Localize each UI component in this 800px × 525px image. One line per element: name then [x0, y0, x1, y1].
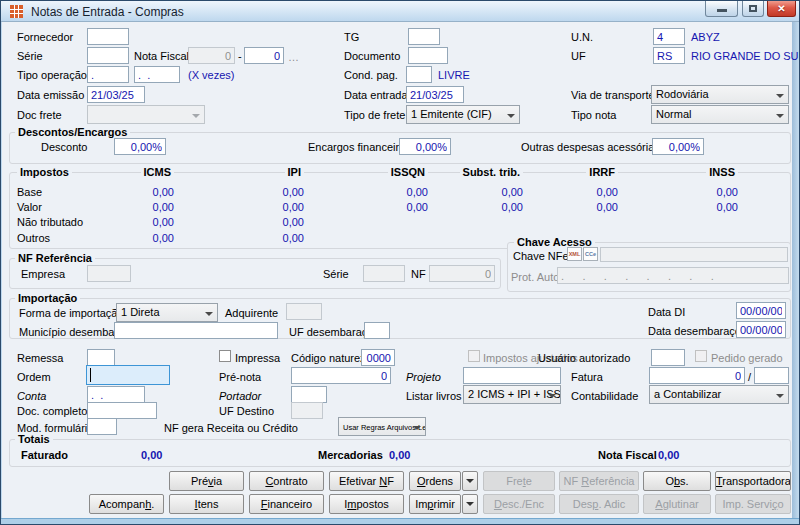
codigo-natureza-input[interactable] [361, 349, 395, 366]
uf-destino-input [291, 402, 323, 419]
prot-autor-input [557, 267, 789, 284]
previa-button[interactable]: Prévia [169, 471, 244, 491]
nota-fiscal-browse-button[interactable]: … [288, 51, 299, 63]
text-caret [90, 368, 91, 382]
efetivar-nf-button[interactable]: Efetivar NF [329, 471, 404, 491]
doc-completo-label: Doc. completo [17, 405, 87, 417]
data-entrada-input[interactable] [406, 86, 464, 103]
doc-completo-input[interactable] [87, 402, 157, 419]
usuario-autorizado-input[interactable] [651, 349, 685, 366]
valor-subst: 0,00 [428, 201, 523, 213]
inss-header: INSS [706, 166, 738, 178]
encargos-input[interactable] [399, 138, 451, 155]
chevron-down-icon [776, 94, 784, 102]
uf-input[interactable] [653, 47, 685, 64]
impostos-nao-tributado-row: Não tributado 0,00 0,00 [17, 216, 783, 228]
pre-nota-input[interactable] [291, 367, 391, 384]
pre-nota-label: Pré-nota [219, 371, 261, 383]
tipo-frete-select[interactable]: 1 Emitente (CIF) [406, 105, 520, 124]
base-row-label: Base [17, 186, 114, 198]
fornecedor-label: Fornecedor [17, 31, 73, 43]
listar-livros-select[interactable]: 2 ICMS + IPI + ISS [463, 385, 561, 404]
fatura-input[interactable] [649, 367, 745, 384]
municipio-desembaraco-input[interactable] [114, 322, 278, 339]
tipo-operacao-label: Tipo operação [17, 69, 87, 81]
listar-livros-value: 2 ICMS + IPI + ISS [468, 388, 561, 400]
data-emissao-input[interactable] [87, 86, 145, 103]
transportadora-button[interactable]: Transportadora [715, 471, 791, 491]
fornecedor-input[interactable] [87, 28, 129, 45]
nota-fiscal-total-value: 0,00 [658, 449, 679, 461]
nf-referencia-title: NF Referência [15, 252, 95, 264]
ordens-button[interactable]: Ordens [409, 471, 461, 491]
ordens-dropdown-button[interactable] [462, 471, 478, 491]
nota-fiscal-separator: - [238, 50, 242, 62]
uf-desembaraco-label: UF desembaraço [289, 326, 373, 338]
uf-desembaraco-input[interactable] [364, 322, 390, 339]
imprimir-dropdown-button[interactable] [462, 494, 478, 514]
empresa-input [87, 265, 131, 282]
un-input[interactable] [653, 28, 685, 45]
desc-enc-button: Desc./Enc [483, 494, 555, 514]
portador-input[interactable] [291, 386, 327, 403]
cce-icon[interactable]: CCe [583, 247, 598, 261]
projeto-input[interactable] [463, 367, 561, 384]
cond-pag-input[interactable] [406, 66, 432, 83]
importacao-title: Importação [15, 292, 80, 304]
ordem-input[interactable] [86, 365, 170, 385]
tipo-operacao-input2[interactable] [134, 66, 180, 83]
outros-ipi: 0,00 [174, 232, 304, 244]
obs-button[interactable]: Obs. [643, 471, 711, 491]
acompanh-button[interactable]: Acompanh. [89, 494, 164, 514]
contrato-button[interactable]: Contrato [249, 471, 324, 491]
data-di-input[interactable] [736, 302, 786, 319]
nao-tributado-icms: 0,00 [114, 216, 174, 228]
projeto-label: Projeto [406, 371, 441, 383]
mod-formulario-input[interactable] [87, 418, 117, 435]
contabilidade-select[interactable]: a Contabilizar [649, 385, 789, 404]
xml-icon[interactable]: XML [567, 247, 582, 261]
remessa-input[interactable] [87, 349, 115, 366]
minimize-button[interactable] [705, 1, 738, 17]
app-grid-icon [10, 5, 23, 18]
chevron-down-icon [776, 114, 784, 122]
serie-input[interactable] [87, 47, 129, 64]
maximize-button[interactable] [742, 1, 764, 17]
mercadorias-value: 0,00 [389, 449, 410, 461]
desconto-input[interactable] [114, 138, 166, 155]
forma-importacao-select[interactable]: 1 Direta [116, 303, 218, 322]
tipo-operacao-input1[interactable] [87, 66, 129, 83]
valor-ipi: 0,00 [174, 201, 304, 213]
uf-destino-label: UF Destino [219, 405, 274, 417]
imprimir-button[interactable]: Imprimir [409, 494, 461, 514]
listar-livros-label: Listar livros [406, 390, 462, 402]
itens-button[interactable]: Itens [169, 494, 244, 514]
via-transporte-select[interactable]: Rodoviária [651, 85, 789, 104]
close-button[interactable]: ✕ [767, 1, 796, 17]
nota-fiscal-input[interactable] [244, 47, 284, 64]
impostos-base-row: Base 0,00 0,00 0,00 0,00 0,00 0,00 [17, 186, 783, 198]
nf-gera-select[interactable]: Usar Regras Arquivos Legais [338, 417, 426, 436]
desp-adic-button: Desp. Adic [559, 494, 639, 514]
impressa-checkbox[interactable] [219, 350, 231, 362]
desconto-label: Desconto [41, 141, 87, 153]
uf-desc: RIO GRANDE DO SUL [691, 50, 800, 62]
outras-despesas-input[interactable] [652, 138, 704, 155]
fatura-parcela-input[interactable] [754, 367, 789, 384]
contabilidade-label: Contabilidade [571, 390, 638, 402]
data-desembaraco-input[interactable] [736, 321, 786, 338]
remessa-label: Remessa [17, 352, 63, 364]
maximize-icon [749, 5, 757, 12]
impostos-button[interactable]: Impostos [329, 494, 404, 514]
window-frame-right [792, 22, 800, 525]
conta-input[interactable] [87, 386, 145, 403]
close-icon: ✕ [777, 3, 785, 14]
minimize-icon [717, 9, 727, 12]
nf-gera-label: NF gera Receita ou Crédito [164, 422, 298, 434]
impostos-ajustados-checkbox [468, 350, 480, 362]
documento-input[interactable] [408, 47, 448, 64]
tipo-nota-select[interactable]: Normal [651, 105, 789, 124]
financeiro-button[interactable]: Financeiro [249, 494, 324, 514]
chevron-down-icon [776, 394, 784, 402]
tg-input[interactable] [408, 28, 440, 45]
